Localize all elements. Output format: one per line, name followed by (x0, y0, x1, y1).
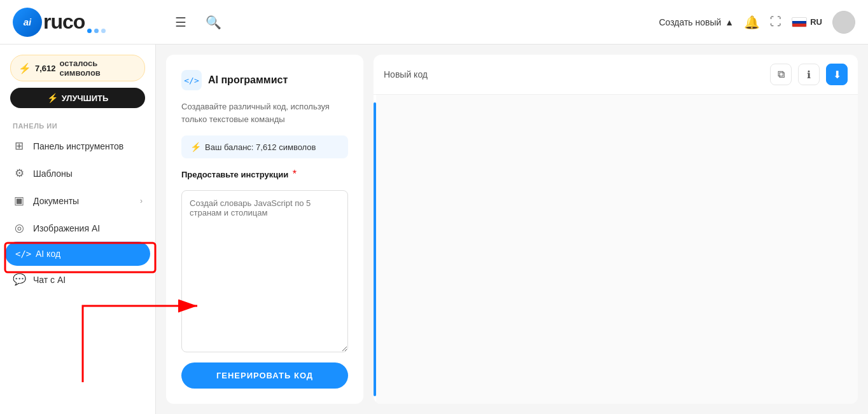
upgrade-icon: ⚡ (47, 93, 58, 103)
lang-label: RU (810, 17, 822, 27)
generate-button[interactable]: ГЕНЕРИРОВАТЬ КОД (181, 362, 348, 389)
content-area: </> AI программист Создавайте различный … (156, 45, 868, 414)
info-icon: ℹ (807, 69, 811, 81)
dashboard-icon: ⊞ (13, 139, 25, 153)
sidebar-item-documents[interactable]: ▣ Документы › (0, 187, 155, 214)
code-content (376, 95, 858, 404)
panel-header: </> AI программист (181, 70, 348, 90)
instructions-textarea[interactable] (181, 190, 348, 352)
search-button[interactable]: 🔍 (202, 11, 225, 33)
sidebar-section-label: ПАНЕЛЬ ИИ (0, 116, 155, 132)
balance-suffix: осталось символов (60, 59, 137, 78)
panel-icon-box: </> (181, 70, 202, 90)
download-button[interactable]: ⬇ (826, 64, 848, 85)
sidebar-item-templates[interactable]: ⚙ Шаблоны (0, 160, 155, 187)
fullscreen-button[interactable]: ⛶ (770, 15, 781, 29)
panel-description: Создавайте различный код, используя толь… (181, 100, 348, 125)
header-middle: ☰ 🔍 (165, 11, 659, 33)
balance-amount: 7,612 (35, 64, 56, 73)
balance-area: ⚡ 7,612 осталось символов ⚡ УЛУЧШИТЬ (0, 55, 155, 116)
ai-code-icon: </> (15, 249, 28, 259)
balance-badge: ⚡ 7,612 осталось символов (10, 55, 145, 81)
upgrade-label: УЛУЧШИТЬ (62, 93, 109, 103)
sidebar-item-ai-chat-label: Чат с AI (33, 275, 66, 285)
ru-flag (792, 17, 807, 27)
copy-icon: ⧉ (778, 69, 785, 80)
ai-chat-icon: 💬 (13, 273, 25, 286)
info-button[interactable]: ℹ (798, 64, 820, 85)
logo-icon: ai (13, 8, 42, 37)
logo-text: ruco (43, 10, 85, 34)
upgrade-button[interactable]: ⚡ УЛУЧШИТЬ (10, 88, 145, 108)
language-selector[interactable]: RU (792, 17, 822, 27)
header-right: Создать новый ▲ 🔔 ⛶ RU (659, 11, 855, 34)
left-panel: </> AI программист Создавайте различный … (166, 55, 363, 404)
instructions-label-area: Предоставьте инструкции * (181, 169, 348, 180)
code-title-input[interactable] (384, 69, 764, 79)
create-new-label: Создать новый (659, 17, 721, 27)
lightning-icon: ⚡ (190, 142, 201, 152)
code-area (374, 95, 858, 404)
sidebar-item-documents-label: Документы (33, 196, 79, 206)
balance-info-text: Ваш баланс: 7,612 символов (205, 142, 316, 152)
logo-area: ai ruco (13, 8, 165, 37)
logo-dot-2 (94, 29, 99, 33)
sidebar: ⚡ 7,612 осталось символов ⚡ УЛУЧШИТЬ ПАН… (0, 45, 156, 414)
logo-dots (87, 29, 106, 33)
coin-icon: ⚡ (18, 62, 31, 74)
logo-dot-3 (101, 29, 106, 33)
notification-button[interactable]: 🔔 (744, 15, 760, 30)
sidebar-item-ai-chat[interactable]: 💬 Чат с AI (0, 266, 155, 293)
sidebar-item-ai-code-label: AI код (36, 249, 60, 259)
ai-images-icon: ◎ (13, 221, 25, 235)
download-icon: ⬇ (833, 69, 841, 81)
copy-button[interactable]: ⧉ (770, 64, 792, 85)
sidebar-item-templates-label: Шаблоны (33, 169, 73, 179)
panel-title: AI программист (208, 74, 288, 86)
sidebar-item-ai-images[interactable]: ◎ Изображения AI (0, 214, 155, 242)
right-panel: ⧉ ℹ ⬇ (374, 55, 858, 404)
menu-button[interactable]: ☰ (172, 11, 190, 33)
header: ai ruco ☰ 🔍 Создать новый ▲ 🔔 ⛶ RU (0, 0, 868, 45)
documents-icon: ▣ (13, 194, 25, 207)
create-new-chevron: ▲ (725, 17, 734, 27)
instructions-label: Предоставьте инструкции (181, 170, 288, 179)
required-star: * (293, 169, 297, 179)
sidebar-item-ai-code[interactable]: </> AI код (5, 242, 150, 266)
panel-code-icon: </> (184, 76, 199, 85)
logo-dot-1 (87, 29, 92, 33)
sidebar-item-dashboard[interactable]: ⊞ Панель инструментов (0, 132, 155, 160)
main-layout: ⚡ 7,612 осталось символов ⚡ УЛУЧШИТЬ ПАН… (0, 45, 868, 414)
documents-arrow: › (140, 197, 143, 205)
sidebar-item-ai-images-label: Изображения AI (33, 223, 100, 233)
user-avatar[interactable] (832, 11, 855, 34)
sidebar-item-dashboard-label: Панель инструментов (33, 141, 123, 151)
create-new-button[interactable]: Создать новый ▲ (659, 17, 734, 27)
balance-info-box: ⚡ Ваш баланс: 7,612 символов (181, 135, 348, 158)
right-panel-header: ⧉ ℹ ⬇ (374, 55, 858, 95)
templates-icon: ⚙ (13, 167, 25, 180)
